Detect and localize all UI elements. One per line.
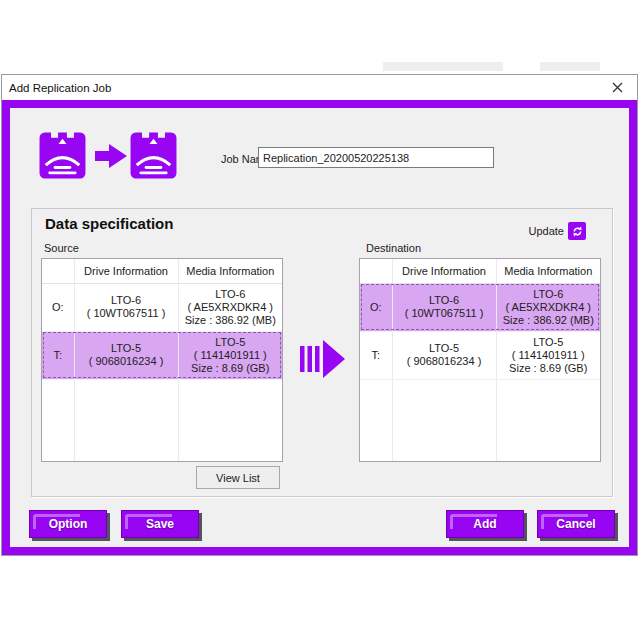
media-info-cell: LTO-5 ( 1141401911 ) Size : 8.69 (GB)	[496, 331, 600, 379]
destination-row-o[interactable]: O: LTO-6 ( 10WT067511 ) LTO-6 ( AE5XRXDK…	[360, 283, 600, 331]
media-barcode: ( AE5XRXDKR4 )	[180, 301, 282, 314]
media-info-cell: LTO-5 ( 1141401911 ) Size : 8.69 (GB)	[178, 331, 282, 379]
media-type: LTO-6	[498, 288, 600, 301]
source-header-row: Drive Information Media Information	[42, 259, 282, 283]
titlebar: Add Replication Job	[2, 75, 637, 100]
source-table[interactable]: Drive Information Media Information O: L…	[41, 258, 283, 462]
background-window-artifact	[540, 62, 600, 71]
dialog-content: Job Name Data specification Update	[10, 108, 629, 547]
drive-serial: ( 10WT067511 )	[394, 307, 495, 320]
destination-table[interactable]: Drive Information Media Information O: L…	[359, 258, 601, 462]
add-button[interactable]: Add	[446, 510, 524, 538]
add-replication-job-dialog: Add Replication Job	[1, 74, 638, 556]
view-list-button[interactable]: View List	[196, 466, 280, 489]
empty-row	[42, 426, 282, 462]
device-cell: T:	[360, 331, 392, 379]
dialog-frame: Job Name Data specification Update	[2, 100, 637, 555]
update-cluster: Update	[529, 222, 586, 240]
background-window-artifact	[383, 62, 503, 71]
source-row-t[interactable]: T: LTO-5 ( 9068016234 ) LTO-5 ( 11414019…	[42, 331, 282, 379]
drive-model: LTO-5	[394, 342, 495, 355]
save-button[interactable]: Save	[121, 510, 199, 538]
column-drive-information: Drive Information	[74, 259, 178, 283]
empty-row	[42, 379, 282, 426]
media-barcode: ( 1141401911 )	[498, 349, 600, 362]
media-type: LTO-5	[180, 336, 282, 349]
empty-row	[360, 426, 600, 462]
close-button[interactable]	[597, 75, 637, 100]
tape-cartridge-icon	[36, 129, 89, 182]
drive-serial: ( 10WT067511 )	[76, 307, 177, 320]
media-type: LTO-6	[180, 288, 282, 301]
column-device	[42, 259, 74, 283]
refresh-icon	[571, 225, 584, 238]
media-barcode: ( 1141401911 )	[180, 349, 282, 362]
group-title: Data specification	[45, 215, 173, 232]
cancel-button[interactable]: Cancel	[537, 510, 615, 538]
drive-serial: ( 9068016234 )	[76, 355, 177, 368]
job-name-input[interactable]	[258, 147, 494, 168]
drive-info-cell: LTO-5 ( 9068016234 )	[74, 331, 178, 379]
empty-row	[360, 379, 600, 426]
destination-row-t[interactable]: T: LTO-5 ( 9068016234 ) LTO-5 ( 11414019…	[360, 331, 600, 379]
window-title: Add Replication Job	[2, 82, 111, 94]
data-specification-group: Data specification Update Sour	[31, 208, 613, 497]
media-barcode: ( AE5XRXDKR4 )	[498, 301, 600, 314]
media-size: Size : 386.92 (MB)	[180, 314, 282, 327]
drive-model: LTO-6	[76, 294, 177, 307]
destination-label: Destination	[366, 242, 421, 254]
option-button[interactable]: Option	[29, 510, 107, 538]
source-row-o[interactable]: O: LTO-6 ( 10WT067511 ) LTO-6 ( AE5XRXDK…	[42, 283, 282, 331]
tape-cartridge-icon	[127, 129, 180, 182]
update-button[interactable]	[568, 222, 586, 240]
update-label: Update	[529, 225, 564, 237]
drive-model: LTO-5	[76, 342, 177, 355]
media-info-cell: LTO-6 ( AE5XRXDKR4 ) Size : 386.92 (MB)	[178, 283, 282, 331]
media-size: Size : 8.69 (GB)	[498, 362, 600, 375]
column-media-information: Media Information	[178, 259, 282, 283]
drive-info-cell: LTO-5 ( 9068016234 )	[392, 331, 496, 379]
column-device	[360, 259, 392, 283]
drive-info-cell: LTO-6 ( 10WT067511 )	[392, 283, 496, 331]
media-size: Size : 386.92 (MB)	[498, 314, 600, 327]
close-icon	[612, 82, 623, 93]
desktop: Add Replication Job	[0, 0, 640, 640]
flow-arrow-icon	[298, 339, 346, 379]
drive-model: LTO-6	[394, 294, 495, 307]
column-media-information: Media Information	[496, 259, 600, 283]
drive-serial: ( 9068016234 )	[394, 355, 495, 368]
source-label: Source	[44, 242, 79, 254]
device-cell: O:	[360, 283, 392, 331]
arrow-right-icon	[95, 142, 127, 170]
device-cell: T:	[42, 331, 74, 379]
media-size: Size : 8.69 (GB)	[180, 362, 282, 375]
destination-header-row: Drive Information Media Information	[360, 259, 600, 283]
column-drive-information: Drive Information	[392, 259, 496, 283]
media-info-cell: LTO-6 ( AE5XRXDKR4 ) Size : 386.92 (MB)	[496, 283, 600, 331]
device-cell: O:	[42, 283, 74, 331]
media-type: LTO-5	[498, 336, 600, 349]
drive-info-cell: LTO-6 ( 10WT067511 )	[74, 283, 178, 331]
